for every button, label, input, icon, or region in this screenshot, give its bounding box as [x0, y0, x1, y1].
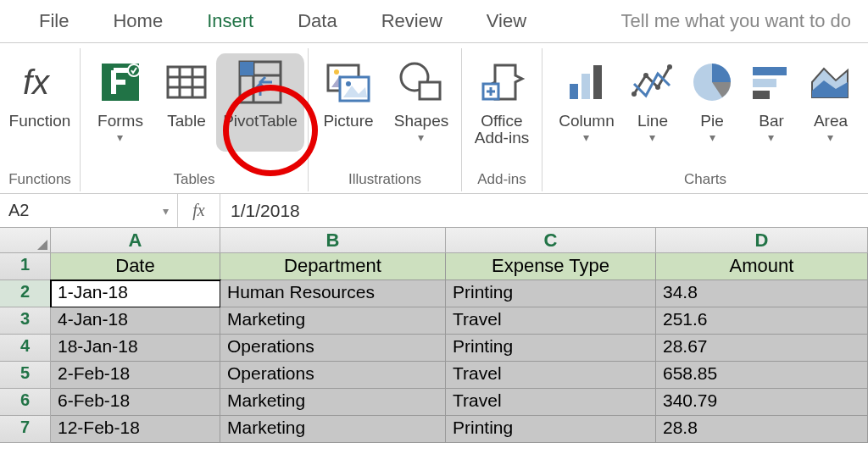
table-row: 7 12-Feb-18 Marketing Printing 28.8 — [0, 416, 868, 443]
forms-icon — [97, 58, 144, 106]
cell[interactable]: 251.6 — [656, 307, 868, 335]
svg-point-17 — [346, 81, 351, 86]
cell[interactable]: Travel — [446, 389, 656, 416]
svg-rect-33 — [753, 79, 776, 87]
bar-chart-button[interactable]: Bar▾ — [742, 53, 801, 152]
svg-rect-3 — [168, 67, 205, 97]
chevron-down-icon: ▾ — [759, 131, 784, 144]
table-button[interactable]: Table — [157, 53, 216, 152]
chevron-down-icon: ▾ — [97, 131, 143, 144]
picture-button[interactable]: Picture — [312, 53, 385, 152]
row-header[interactable]: 1 — [0, 253, 51, 280]
svg-rect-32 — [753, 67, 787, 75]
fx-icon[interactable]: fx — [178, 194, 220, 227]
svg-rect-25 — [581, 74, 590, 99]
cell[interactable]: Printing — [446, 416, 656, 443]
svg-point-28 — [643, 73, 648, 78]
col-header-A[interactable]: A — [51, 228, 220, 252]
cell[interactable]: Operations — [220, 335, 446, 362]
chevron-down-icon: ▾ — [700, 131, 723, 144]
row-header[interactable]: 6 — [0, 389, 51, 416]
chevron-down-icon: ▾ — [637, 131, 668, 144]
cell[interactable]: 34.8 — [656, 280, 868, 307]
svg-point-29 — [655, 85, 660, 90]
cell[interactable]: 658.85 — [656, 362, 868, 389]
shapes-button[interactable]: Shapes▾ — [385, 53, 458, 152]
row-header[interactable]: 2 — [0, 280, 51, 307]
cell[interactable]: 340.79 — [656, 389, 868, 416]
chevron-down-icon[interactable]: ▾ — [163, 204, 169, 218]
area-chart-icon — [807, 58, 854, 106]
tab-view[interactable]: View — [465, 5, 548, 37]
tell-me-search[interactable]: Tell me what you want to do — [548, 10, 868, 32]
col-header-B[interactable]: B — [220, 228, 446, 252]
group-illustrations: Picture Shapes▾ Illustrations — [309, 48, 462, 191]
svg-point-27 — [632, 91, 637, 97]
tab-insert[interactable]: Insert — [185, 5, 275, 37]
cell[interactable]: Date — [51, 253, 220, 280]
tab-file[interactable]: File — [17, 5, 91, 37]
row-header[interactable]: 4 — [0, 335, 51, 362]
group-tables: Forms▾ Table PivotTable Tables — [81, 48, 309, 191]
cell[interactable]: Human Resources — [220, 280, 446, 307]
pie-chart-button[interactable]: Pie▾ — [682, 53, 742, 152]
cell[interactable]: 28.8 — [656, 416, 868, 443]
name-box[interactable]: A2 ▾ — [0, 194, 178, 227]
shapes-icon — [398, 58, 445, 106]
active-cell[interactable]: 1-Jan-18 — [51, 280, 220, 307]
cell[interactable]: Printing — [446, 280, 656, 307]
cell[interactable]: Travel — [446, 362, 656, 389]
column-chart-button[interactable]: Column▾ — [550, 53, 623, 152]
tab-home[interactable]: Home — [91, 5, 185, 37]
formula-input[interactable]: 1/1/2018 — [220, 194, 868, 227]
cell[interactable]: Printing — [446, 335, 656, 362]
svg-point-14 — [334, 69, 339, 75]
group-addins: Office Add-ins Add-ins — [462, 48, 542, 191]
cell[interactable]: Amount — [656, 253, 868, 280]
cell[interactable]: Travel — [446, 307, 656, 335]
col-header-C[interactable]: C — [446, 228, 656, 252]
cell[interactable]: Marketing — [220, 416, 446, 443]
pie-chart-icon — [688, 58, 736, 106]
forms-button[interactable]: Forms▾ — [84, 53, 157, 152]
tab-review[interactable]: Review — [359, 5, 465, 37]
svg-rect-11 — [240, 62, 253, 75]
line-chart-button[interactable]: Line▾ — [623, 53, 682, 152]
cell[interactable]: Marketing — [220, 389, 446, 416]
cell[interactable]: Marketing — [220, 307, 446, 335]
tab-data[interactable]: Data — [275, 5, 359, 37]
line-chart-icon — [629, 58, 676, 106]
column-headers: A B C D — [0, 228, 868, 253]
svg-rect-24 — [570, 84, 578, 99]
chevron-down-icon: ▾ — [394, 131, 448, 144]
pivottable-button[interactable]: PivotTable — [216, 53, 304, 152]
cell[interactable]: Operations — [220, 362, 446, 389]
cell[interactable]: Expense Type — [446, 253, 656, 280]
cell[interactable]: 28.67 — [656, 335, 868, 362]
cell[interactable]: 6-Feb-18 — [51, 389, 220, 416]
cell[interactable]: 12-Feb-18 — [51, 416, 220, 443]
pivottable-icon — [236, 58, 284, 106]
table-icon — [163, 58, 210, 106]
addins-icon — [478, 58, 526, 106]
chevron-down-icon: ▾ — [559, 131, 614, 144]
table-row: 1 Date Department Expense Type Amount — [0, 253, 868, 280]
col-header-D[interactable]: D — [656, 228, 868, 252]
cell[interactable]: 4-Jan-18 — [51, 307, 220, 335]
column-chart-icon — [563, 58, 610, 106]
function-button[interactable]: fx Function — [3, 53, 76, 152]
function-icon: fx — [16, 58, 64, 106]
office-addins-button[interactable]: Office Add-ins — [465, 53, 538, 152]
row-header[interactable]: 3 — [0, 307, 51, 335]
select-all-corner[interactable] — [0, 228, 51, 252]
area-chart-button[interactable]: Area▾ — [801, 53, 860, 152]
cell[interactable]: Department — [220, 253, 446, 280]
svg-rect-19 — [420, 82, 440, 99]
ribbon: fx Function Functions Forms▾ Table — [0, 43, 868, 194]
row-header[interactable]: 5 — [0, 362, 51, 389]
spreadsheet-grid: A B C D 1 Date Department Expense Type A… — [0, 228, 868, 443]
cell[interactable]: 2-Feb-18 — [51, 362, 220, 389]
table-row: 3 4-Jan-18 Marketing Travel 251.6 — [0, 307, 868, 335]
row-header[interactable]: 7 — [0, 416, 51, 443]
cell[interactable]: 18-Jan-18 — [51, 335, 220, 362]
